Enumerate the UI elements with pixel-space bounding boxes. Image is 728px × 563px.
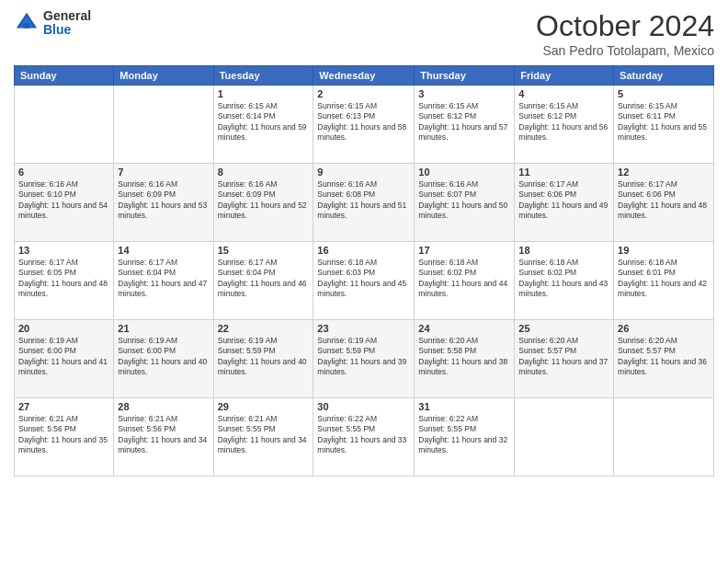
logo-icon [14,10,40,36]
calendar-cell: 23Sunrise: 6:19 AMSunset: 5:59 PMDayligh… [313,320,415,398]
day-number: 16 [317,245,410,256]
day-info: Sunrise: 6:21 AMSunset: 5:56 PMDaylight:… [18,414,109,456]
calendar-cell: 13Sunrise: 6:17 AMSunset: 6:05 PMDayligh… [15,242,114,320]
day-info: Sunrise: 6:15 AMSunset: 6:12 PMDaylight:… [418,101,510,144]
logo-blue-label: Blue [43,23,91,37]
day-number: 26 [618,323,710,334]
calendar-cell: 16Sunrise: 6:18 AMSunset: 6:03 PMDayligh… [313,242,415,320]
day-number: 13 [18,245,109,256]
day-info: Sunrise: 6:17 AMSunset: 6:05 PMDaylight:… [18,258,109,300]
day-number: 8 [218,167,310,178]
day-info: Sunrise: 6:21 AMSunset: 5:56 PMDaylight:… [118,414,209,456]
calendar-cell [614,398,714,477]
calendar-cell: 26Sunrise: 6:20 AMSunset: 5:57 PMDayligh… [614,320,714,398]
calendar-cell: 4Sunrise: 6:15 AMSunset: 6:12 PMDaylight… [515,86,614,164]
day-info: Sunrise: 6:18 AMSunset: 6:03 PMDaylight:… [317,258,410,300]
day-number: 17 [418,245,510,256]
day-number: 6 [18,167,109,178]
calendar-cell: 21Sunrise: 6:19 AMSunset: 6:00 PMDayligh… [114,320,213,398]
page: General Blue October 2024 San Pedro Toto… [0,0,728,563]
calendar-week-row: 1Sunrise: 6:15 AMSunset: 6:14 PMDaylight… [15,86,714,164]
calendar-cell: 27Sunrise: 6:21 AMSunset: 5:56 PMDayligh… [15,398,114,477]
calendar-day-header: Wednesday [313,66,415,86]
calendar-cell: 30Sunrise: 6:22 AMSunset: 5:55 PMDayligh… [313,398,415,477]
calendar-day-header: Saturday [614,66,714,86]
calendar-cell: 6Sunrise: 6:16 AMSunset: 6:10 PMDaylight… [15,164,114,242]
day-info: Sunrise: 6:19 AMSunset: 6:00 PMDaylight:… [18,336,109,378]
day-info: Sunrise: 6:16 AMSunset: 6:10 PMDaylight:… [18,179,109,222]
calendar-cell: 25Sunrise: 6:20 AMSunset: 5:57 PMDayligh… [515,320,614,398]
calendar-cell [15,86,114,164]
calendar-cell: 31Sunrise: 6:22 AMSunset: 5:55 PMDayligh… [415,398,515,477]
day-number: 18 [518,245,609,256]
day-number: 2 [317,88,410,99]
day-number: 7 [118,167,209,178]
calendar-cell: 5Sunrise: 6:15 AMSunset: 6:11 PMDaylight… [614,86,714,164]
day-info: Sunrise: 6:22 AMSunset: 5:55 PMDaylight:… [317,414,410,456]
day-info: Sunrise: 6:15 AMSunset: 6:12 PMDaylight:… [518,101,609,144]
calendar-cell: 7Sunrise: 6:16 AMSunset: 6:09 PMDaylight… [114,164,213,242]
calendar-week-row: 27Sunrise: 6:21 AMSunset: 5:56 PMDayligh… [15,398,714,477]
calendar-day-header: Sunday [15,66,114,86]
day-info: Sunrise: 6:18 AMSunset: 6:02 PMDaylight:… [418,258,510,300]
day-number: 19 [618,245,710,256]
day-number: 12 [618,167,710,178]
day-number: 30 [317,401,410,412]
calendar-cell: 28Sunrise: 6:21 AMSunset: 5:56 PMDayligh… [114,398,213,477]
day-info: Sunrise: 6:17 AMSunset: 6:06 PMDaylight:… [618,179,710,222]
day-number: 29 [218,401,310,412]
day-number: 3 [418,88,510,99]
calendar-cell [515,398,614,477]
day-info: Sunrise: 6:22 AMSunset: 5:55 PMDaylight:… [418,414,510,456]
calendar-cell: 11Sunrise: 6:17 AMSunset: 6:06 PMDayligh… [515,164,614,242]
calendar-cell: 24Sunrise: 6:20 AMSunset: 5:58 PMDayligh… [415,320,515,398]
calendar-cell: 15Sunrise: 6:17 AMSunset: 6:04 PMDayligh… [213,242,313,320]
calendar-cell: 2Sunrise: 6:15 AMSunset: 6:13 PMDaylight… [313,86,415,164]
calendar-cell: 8Sunrise: 6:16 AMSunset: 6:09 PMDaylight… [213,164,313,242]
calendar-cell [114,86,213,164]
calendar-week-row: 13Sunrise: 6:17 AMSunset: 6:05 PMDayligh… [15,242,714,320]
calendar-cell: 19Sunrise: 6:18 AMSunset: 6:01 PMDayligh… [614,242,714,320]
day-number: 31 [418,401,510,412]
day-number: 21 [118,323,209,334]
day-info: Sunrise: 6:16 AMSunset: 6:08 PMDaylight:… [317,179,410,222]
location-label: San Pedro Totolapam, Mexico [536,43,714,58]
day-number: 4 [518,88,609,99]
day-number: 27 [18,401,109,412]
day-number: 23 [317,323,410,334]
day-number: 25 [518,323,609,334]
day-number: 9 [317,167,410,178]
calendar-week-row: 6Sunrise: 6:16 AMSunset: 6:10 PMDaylight… [15,164,714,242]
logo: General Blue [14,9,91,38]
calendar-cell: 12Sunrise: 6:17 AMSunset: 6:06 PMDayligh… [614,164,714,242]
calendar-header-row: SundayMondayTuesdayWednesdayThursdayFrid… [15,66,714,86]
day-info: Sunrise: 6:17 AMSunset: 6:04 PMDaylight:… [118,258,209,300]
calendar-cell: 20Sunrise: 6:19 AMSunset: 6:00 PMDayligh… [15,320,114,398]
day-info: Sunrise: 6:19 AMSunset: 5:59 PMDaylight:… [317,336,410,378]
day-number: 22 [218,323,310,334]
day-info: Sunrise: 6:21 AMSunset: 5:55 PMDaylight:… [218,414,310,456]
calendar-cell: 29Sunrise: 6:21 AMSunset: 5:55 PMDayligh… [213,398,313,477]
calendar-day-header: Thursday [415,66,515,86]
day-info: Sunrise: 6:19 AMSunset: 5:59 PMDaylight:… [218,336,310,378]
calendar-cell: 17Sunrise: 6:18 AMSunset: 6:02 PMDayligh… [415,242,515,320]
calendar-cell: 9Sunrise: 6:16 AMSunset: 6:08 PMDaylight… [313,164,415,242]
day-info: Sunrise: 6:15 AMSunset: 6:14 PMDaylight:… [218,101,310,144]
title-section: October 2024 San Pedro Totolapam, Mexico [536,9,714,58]
day-info: Sunrise: 6:19 AMSunset: 6:00 PMDaylight:… [118,336,209,378]
day-info: Sunrise: 6:16 AMSunset: 6:07 PMDaylight:… [418,179,510,222]
day-number: 1 [218,88,310,99]
calendar-day-header: Friday [515,66,614,86]
calendar-cell: 18Sunrise: 6:18 AMSunset: 6:02 PMDayligh… [515,242,614,320]
day-number: 15 [218,245,310,256]
day-number: 24 [418,323,510,334]
day-info: Sunrise: 6:16 AMSunset: 6:09 PMDaylight:… [218,179,310,222]
calendar-cell: 14Sunrise: 6:17 AMSunset: 6:04 PMDayligh… [114,242,213,320]
day-number: 11 [518,167,609,178]
calendar-cell: 10Sunrise: 6:16 AMSunset: 6:07 PMDayligh… [415,164,515,242]
day-info: Sunrise: 6:15 AMSunset: 6:11 PMDaylight:… [618,101,710,144]
calendar-table: SundayMondayTuesdayWednesdayThursdayFrid… [14,65,714,477]
day-info: Sunrise: 6:18 AMSunset: 6:02 PMDaylight:… [518,258,609,300]
calendar-week-row: 20Sunrise: 6:19 AMSunset: 6:00 PMDayligh… [15,320,714,398]
calendar-day-header: Monday [114,66,213,86]
